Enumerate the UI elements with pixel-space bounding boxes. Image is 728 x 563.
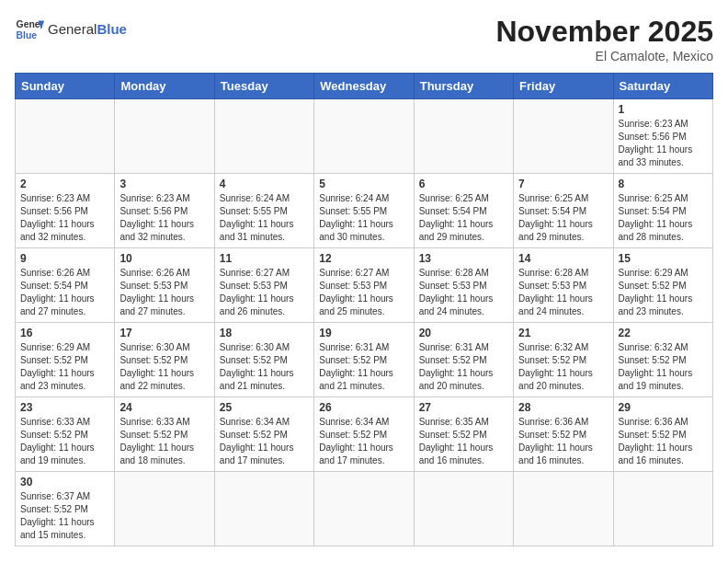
calendar-cell: 19Sunrise: 6:31 AM Sunset: 5:52 PM Dayli… bbox=[314, 323, 414, 397]
day-info: Sunrise: 6:27 AM Sunset: 5:53 PM Dayligh… bbox=[319, 267, 408, 318]
calendar-cell bbox=[115, 472, 214, 546]
day-number: 11 bbox=[220, 252, 309, 265]
calendar-cell: 28Sunrise: 6:36 AM Sunset: 5:52 PM Dayli… bbox=[514, 397, 613, 472]
calendar-cell bbox=[214, 472, 313, 546]
calendar-cell: 2Sunrise: 6:23 AM Sunset: 5:56 PM Daylig… bbox=[16, 174, 115, 248]
calendar-cell: 22Sunrise: 6:32 AM Sunset: 5:52 PM Dayli… bbox=[613, 323, 712, 397]
weekday-tuesday: Tuesday bbox=[214, 74, 313, 99]
day-number: 1 bbox=[619, 103, 708, 116]
day-number: 26 bbox=[319, 401, 408, 414]
calendar-cell bbox=[314, 472, 414, 546]
calendar-cell bbox=[613, 472, 712, 546]
calendar-cell: 5Sunrise: 6:24 AM Sunset: 5:55 PM Daylig… bbox=[314, 174, 414, 248]
day-info: Sunrise: 6:34 AM Sunset: 5:52 PM Dayligh… bbox=[319, 416, 408, 467]
calendar-cell: 23Sunrise: 6:33 AM Sunset: 5:52 PM Dayli… bbox=[16, 397, 115, 472]
calendar-cell: 18Sunrise: 6:30 AM Sunset: 5:52 PM Dayli… bbox=[214, 323, 313, 397]
day-info: Sunrise: 6:30 AM Sunset: 5:52 PM Dayligh… bbox=[119, 341, 209, 393]
day-number: 19 bbox=[319, 327, 408, 339]
day-info: Sunrise: 6:23 AM Sunset: 5:56 PM Dayligh… bbox=[619, 118, 708, 169]
calendar-cell bbox=[214, 99, 313, 174]
calendar-cell bbox=[414, 472, 513, 546]
calendar-week-2: 2Sunrise: 6:23 AM Sunset: 5:56 PM Daylig… bbox=[16, 174, 713, 248]
calendar-cell: 11Sunrise: 6:27 AM Sunset: 5:53 PM Dayli… bbox=[214, 248, 313, 323]
calendar-cell: 20Sunrise: 6:31 AM Sunset: 5:52 PM Dayli… bbox=[414, 323, 513, 397]
day-info: Sunrise: 6:24 AM Sunset: 5:55 PM Dayligh… bbox=[319, 192, 408, 244]
calendar-cell bbox=[16, 99, 115, 174]
day-info: Sunrise: 6:29 AM Sunset: 5:52 PM Dayligh… bbox=[619, 267, 708, 318]
day-number: 20 bbox=[419, 327, 508, 339]
day-info: Sunrise: 6:31 AM Sunset: 5:52 PM Dayligh… bbox=[419, 341, 508, 393]
day-number: 5 bbox=[319, 178, 408, 190]
calendar: SundayMondayTuesdayWednesdayThursdayFrid… bbox=[15, 73, 713, 546]
day-info: Sunrise: 6:37 AM Sunset: 5:52 PM Dayligh… bbox=[20, 490, 109, 542]
day-info: Sunrise: 6:36 AM Sunset: 5:52 PM Dayligh… bbox=[518, 416, 608, 467]
day-number: 6 bbox=[419, 178, 508, 190]
day-number: 24 bbox=[119, 401, 209, 414]
weekday-monday: Monday bbox=[115, 74, 214, 99]
weekday-sunday: Sunday bbox=[16, 74, 115, 99]
calendar-cell: 27Sunrise: 6:35 AM Sunset: 5:52 PM Dayli… bbox=[414, 397, 513, 472]
calendar-cell: 13Sunrise: 6:28 AM Sunset: 5:53 PM Dayli… bbox=[414, 248, 513, 323]
day-number: 14 bbox=[518, 252, 608, 265]
day-info: Sunrise: 6:31 AM Sunset: 5:52 PM Dayligh… bbox=[319, 341, 408, 393]
day-info: Sunrise: 6:23 AM Sunset: 5:56 PM Dayligh… bbox=[20, 192, 109, 244]
day-info: Sunrise: 6:23 AM Sunset: 5:56 PM Dayligh… bbox=[119, 192, 209, 244]
calendar-week-4: 16Sunrise: 6:29 AM Sunset: 5:52 PM Dayli… bbox=[16, 323, 713, 397]
weekday-saturday: Saturday bbox=[613, 74, 712, 99]
location: El Camalote, Mexico bbox=[495, 49, 713, 63]
calendar-week-5: 23Sunrise: 6:33 AM Sunset: 5:52 PM Dayli… bbox=[16, 397, 713, 472]
day-info: Sunrise: 6:26 AM Sunset: 5:53 PM Dayligh… bbox=[119, 267, 209, 318]
day-number: 18 bbox=[220, 327, 309, 339]
calendar-cell: 12Sunrise: 6:27 AM Sunset: 5:53 PM Dayli… bbox=[314, 248, 414, 323]
calendar-cell: 25Sunrise: 6:34 AM Sunset: 5:52 PM Dayli… bbox=[214, 397, 313, 472]
day-info: Sunrise: 6:25 AM Sunset: 5:54 PM Dayligh… bbox=[518, 192, 608, 244]
weekday-wednesday: Wednesday bbox=[314, 74, 414, 99]
day-info: Sunrise: 6:27 AM Sunset: 5:53 PM Dayligh… bbox=[220, 267, 309, 318]
day-number: 8 bbox=[619, 178, 708, 190]
calendar-cell: 14Sunrise: 6:28 AM Sunset: 5:53 PM Dayli… bbox=[514, 248, 613, 323]
calendar-cell: 17Sunrise: 6:30 AM Sunset: 5:52 PM Dayli… bbox=[115, 323, 214, 397]
calendar-cell bbox=[514, 99, 613, 174]
day-number: 28 bbox=[518, 401, 608, 414]
day-number: 7 bbox=[518, 178, 608, 190]
calendar-cell: 21Sunrise: 6:32 AM Sunset: 5:52 PM Dayli… bbox=[514, 323, 613, 397]
day-info: Sunrise: 6:28 AM Sunset: 5:53 PM Dayligh… bbox=[419, 267, 508, 318]
calendar-cell: 24Sunrise: 6:33 AM Sunset: 5:52 PM Dayli… bbox=[115, 397, 214, 472]
day-number: 17 bbox=[119, 327, 209, 339]
day-info: Sunrise: 6:34 AM Sunset: 5:52 PM Dayligh… bbox=[220, 416, 309, 467]
calendar-cell: 6Sunrise: 6:25 AM Sunset: 5:54 PM Daylig… bbox=[414, 174, 513, 248]
calendar-body: 1Sunrise: 6:23 AM Sunset: 5:56 PM Daylig… bbox=[16, 99, 713, 546]
calendar-cell: 26Sunrise: 6:34 AM Sunset: 5:52 PM Dayli… bbox=[314, 397, 414, 472]
day-number: 13 bbox=[419, 252, 508, 265]
day-info: Sunrise: 6:24 AM Sunset: 5:55 PM Dayligh… bbox=[220, 192, 309, 244]
calendar-cell bbox=[414, 99, 513, 174]
day-info: Sunrise: 6:25 AM Sunset: 5:54 PM Dayligh… bbox=[419, 192, 508, 244]
page-header: General Blue GeneralBlue November 2025 E… bbox=[15, 15, 713, 63]
calendar-cell: 15Sunrise: 6:29 AM Sunset: 5:52 PM Dayli… bbox=[613, 248, 712, 323]
logo-icon: General Blue bbox=[15, 15, 44, 44]
calendar-week-3: 9Sunrise: 6:26 AM Sunset: 5:54 PM Daylig… bbox=[16, 248, 713, 323]
svg-text:Blue: Blue bbox=[17, 30, 38, 40]
calendar-cell: 4Sunrise: 6:24 AM Sunset: 5:55 PM Daylig… bbox=[214, 174, 313, 248]
calendar-cell: 8Sunrise: 6:25 AM Sunset: 5:54 PM Daylig… bbox=[613, 174, 712, 248]
calendar-header: SundayMondayTuesdayWednesdayThursdayFrid… bbox=[16, 74, 713, 99]
day-number: 29 bbox=[619, 401, 708, 414]
day-number: 27 bbox=[419, 401, 508, 414]
day-number: 15 bbox=[619, 252, 708, 265]
day-info: Sunrise: 6:33 AM Sunset: 5:52 PM Dayligh… bbox=[119, 416, 209, 467]
logo: General Blue GeneralBlue bbox=[15, 15, 127, 44]
calendar-cell: 9Sunrise: 6:26 AM Sunset: 5:54 PM Daylig… bbox=[16, 248, 115, 323]
day-info: Sunrise: 6:28 AM Sunset: 5:53 PM Dayligh… bbox=[518, 267, 608, 318]
day-info: Sunrise: 6:32 AM Sunset: 5:52 PM Dayligh… bbox=[619, 341, 708, 393]
calendar-cell: 16Sunrise: 6:29 AM Sunset: 5:52 PM Dayli… bbox=[16, 323, 115, 397]
day-number: 2 bbox=[20, 178, 109, 190]
day-number: 16 bbox=[20, 327, 109, 339]
day-info: Sunrise: 6:25 AM Sunset: 5:54 PM Dayligh… bbox=[619, 192, 708, 244]
calendar-week-1: 1Sunrise: 6:23 AM Sunset: 5:56 PM Daylig… bbox=[16, 99, 713, 174]
calendar-cell: 29Sunrise: 6:36 AM Sunset: 5:52 PM Dayli… bbox=[613, 397, 712, 472]
day-number: 3 bbox=[119, 178, 209, 190]
calendar-cell bbox=[115, 99, 214, 174]
calendar-cell bbox=[314, 99, 414, 174]
weekday-thursday: Thursday bbox=[414, 74, 513, 99]
day-info: Sunrise: 6:32 AM Sunset: 5:52 PM Dayligh… bbox=[518, 341, 608, 393]
